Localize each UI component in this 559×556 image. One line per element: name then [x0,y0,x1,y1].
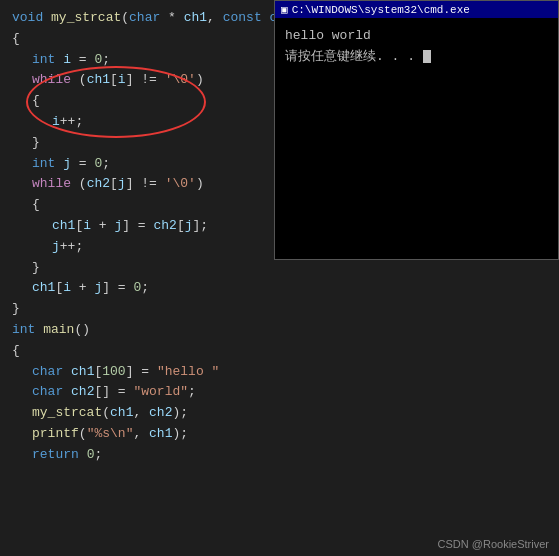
cmd-title-icon: ▣ [281,3,288,16]
code-token: return [32,445,79,466]
code-token: } [32,258,40,279]
code-token: ch1 [87,70,110,91]
code-token: char [129,8,160,29]
code-token: } [32,133,40,154]
code-token: ( [79,424,87,445]
code-line: { [12,29,280,50]
code-line: ch1[i + j] = 0; [12,278,280,299]
code-token: ch1 [149,424,172,445]
code-token: { [32,195,40,216]
code-token: [] = [94,382,133,403]
code-token: * [160,8,183,29]
code-line: } [12,133,280,154]
cmd-titlebar: ▣ C:\WINDOWS\system32\cmd.exe [275,1,558,18]
code-token: ) [196,70,204,91]
code-line: my_strcat(ch1, ch2); [12,403,280,424]
code-token: i [118,70,126,91]
watermark: CSDN @RookieStriver [438,538,549,550]
code-token: ch1 [52,216,75,237]
code-token [79,445,87,466]
code-line: printf("%s\n", ch1); [12,424,280,445]
code-token: ( [121,8,129,29]
code-token: '\0' [165,70,196,91]
code-token: , [133,424,149,445]
code-token: ]; [193,216,209,237]
code-token: [ [110,70,118,91]
code-token: ch1 [71,362,94,383]
code-line: { [12,341,280,362]
code-token [262,8,270,29]
code-line: int i = 0; [12,50,280,71]
code-line: } [12,258,280,279]
code-line: return 0; [12,445,280,466]
code-line: char ch2[] = "world"; [12,382,280,403]
code-token: = [71,154,94,175]
code-token: my_strcat [32,403,102,424]
code-token: ( [71,174,87,195]
code-token: [ [177,216,185,237]
code-token: ++; [60,112,83,133]
code-token: j [63,154,71,175]
code-token: ; [102,50,110,71]
code-line: char ch1[100] = "hello " [12,362,280,383]
code-token: + [91,216,114,237]
code-token: int [12,320,35,341]
code-token: const [223,8,262,29]
code-token: j [185,216,193,237]
code-token [63,382,71,403]
code-token: j [94,278,102,299]
code-token: ] = [126,362,157,383]
code-token: ch1 [184,8,207,29]
code-token: ); [172,403,188,424]
code-token: { [12,29,20,50]
code-token: ); [172,424,188,445]
code-token: 0 [94,154,102,175]
main-container: void my_strcat(char * ch1, const char * … [0,0,559,556]
code-token [63,362,71,383]
code-token: ; [94,445,102,466]
code-token: j [114,216,122,237]
code-token: , [207,8,223,29]
code-token: ( [71,70,87,91]
code-line: while (ch1[i] != '\0') [12,70,280,91]
code-token: } [12,299,20,320]
code-token: 0 [94,50,102,71]
code-token: 100 [102,362,125,383]
code-token: { [32,91,40,112]
code-token: i [63,278,71,299]
code-token: my_strcat [51,8,121,29]
code-token: , [133,403,149,424]
code-token: while [32,174,71,195]
code-token: ; [188,382,196,403]
cmd-title-text: C:\WINDOWS\system32\cmd.exe [292,4,470,16]
code-token: ; [102,154,110,175]
code-token: j [118,174,126,195]
code-token: ] = [102,278,133,299]
cmd-content: hello world 请按任意键继续. . . [275,18,558,259]
code-token [35,320,43,341]
code-token: ] != [126,174,165,195]
code-token [43,8,51,29]
code-token: "%s\n" [87,424,134,445]
cmd-output-line2: 请按任意键继续. . . [285,47,548,68]
code-token: ) [196,174,204,195]
code-token: i [52,112,60,133]
code-token: [ [75,216,83,237]
code-token [55,154,63,175]
code-token [55,50,63,71]
code-line: { [12,91,280,112]
code-line: ch1[i + j] = ch2[j]; [12,216,280,237]
code-token: 0 [133,278,141,299]
cmd-panel[interactable]: ▣ C:\WINDOWS\system32\cmd.exe hello worl… [274,0,559,260]
code-token: j [52,237,60,258]
code-token: ; [141,278,149,299]
code-token: i [83,216,91,237]
code-line: j++; [12,237,280,258]
code-token: ( [102,403,110,424]
code-token: [ [110,174,118,195]
code-token: [ [55,278,63,299]
code-token: ch2 [87,174,110,195]
code-token: ch1 [32,278,55,299]
code-token: i [63,50,71,71]
code-token: printf [32,424,79,445]
